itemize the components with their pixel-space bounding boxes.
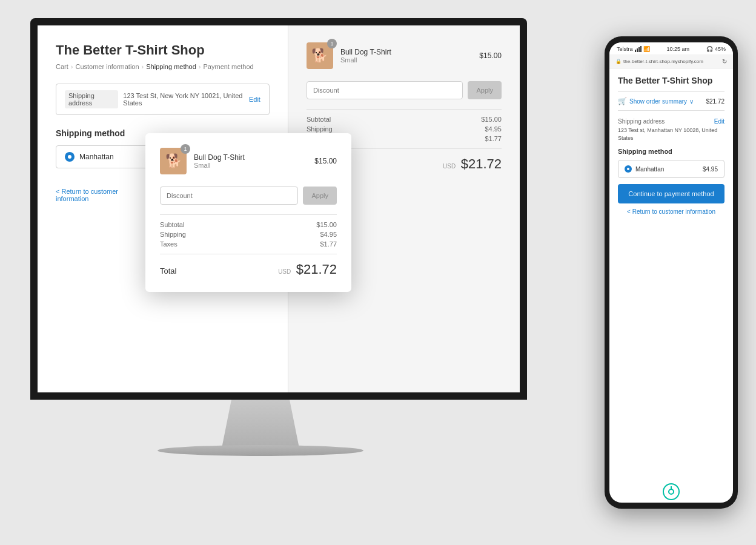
total-amount-wrap: USD $21.72 bbox=[443, 156, 502, 172]
product-variant: Small bbox=[340, 56, 472, 64]
phone-address-value: 123 Test st, Manhattan NY 10028, United … bbox=[618, 127, 724, 142]
phone-home-button[interactable] bbox=[663, 483, 680, 500]
phone-content: The Better T-Shirt Shop 🛒 Show order sum… bbox=[609, 68, 733, 481]
shop-title: The Better T-Shirt Shop bbox=[56, 42, 270, 58]
carrier-label: Telstra bbox=[617, 46, 633, 52]
signal-bar-1 bbox=[635, 50, 636, 52]
phone-shipping-option[interactable]: Manhattan $4.95 bbox=[618, 160, 724, 178]
apply-discount-button[interactable]: Apply bbox=[468, 81, 502, 99]
popup-product-info: Bull Dog T-Shirt Small bbox=[194, 153, 307, 169]
monitor-stand-neck bbox=[212, 400, 309, 448]
product-image-wrap: 🐕 1 bbox=[307, 42, 333, 69]
phone-frame: Telstra 📶 10:25 am 🎧 45% bbox=[605, 36, 738, 509]
refresh-icon[interactable]: ↻ bbox=[722, 58, 727, 65]
popup-product-price: $15.00 bbox=[314, 157, 337, 165]
phone-address-label: Shipping address bbox=[618, 118, 665, 125]
signal-bar-2 bbox=[637, 48, 638, 52]
discount-input[interactable] bbox=[307, 81, 463, 99]
popup-taxes-value: $1.77 bbox=[320, 240, 337, 248]
phone-address-section: Shipping address Edit 123 Test st, Manha… bbox=[618, 118, 724, 142]
breadcrumb-shipping: Shipping method bbox=[146, 63, 196, 70]
phone-wrapper: Telstra 📶 10:25 am 🎧 45% bbox=[605, 36, 738, 509]
popup-shipping-line: Shipping $4.95 bbox=[160, 231, 337, 238]
popup-total-label: Total bbox=[160, 266, 176, 276]
divider-1 bbox=[307, 109, 502, 110]
order-popup: 🐕 1 Bull Dog T-Shirt Small $15.00 Apply … bbox=[145, 133, 351, 292]
popup-total-amount: $21.72 bbox=[296, 262, 337, 277]
popup-taxes-label: Taxes bbox=[160, 240, 177, 248]
phone-toggle-left: 🛒 Show order summary ∨ bbox=[618, 97, 694, 105]
return-to-customer-link[interactable]: < Return to customer information bbox=[56, 188, 153, 202]
popup-subtotal-label: Subtotal bbox=[160, 221, 184, 228]
popup-product-badge: 1 bbox=[181, 144, 190, 154]
phone-cart-icon: 🛒 bbox=[618, 97, 627, 105]
breadcrumb-sep-1: › bbox=[71, 63, 73, 70]
product-price: $15.00 bbox=[479, 51, 502, 60]
popup-subtotal-value: $15.00 bbox=[316, 221, 337, 228]
phone-url-bar: 🔒 the-better-t-shirt-shop.myshopify.com … bbox=[609, 55, 733, 68]
signal-bar-4 bbox=[640, 46, 642, 52]
popup-product-variant: Small bbox=[194, 162, 307, 169]
order-summary-toggle-label: Show order summary bbox=[629, 98, 687, 105]
chevron-down-icon: ∨ bbox=[689, 98, 694, 105]
address-edit-link[interactable]: Edit bbox=[249, 96, 260, 103]
breadcrumb-cart[interactable]: Cart bbox=[56, 63, 68, 70]
subtotal-value: $15.00 bbox=[481, 116, 502, 123]
popup-discount-input[interactable] bbox=[160, 187, 298, 205]
signal-bar-3 bbox=[638, 47, 640, 52]
popup-total-amount-wrap: USD $21.72 bbox=[278, 262, 337, 277]
phone-status-bar: Telstra 📶 10:25 am 🎧 45% bbox=[609, 42, 733, 55]
phone-return-link[interactable]: < Return to customer information bbox=[618, 208, 724, 215]
shipping-line: Shipping $4.95 bbox=[307, 125, 502, 133]
phone-screen: Telstra 📶 10:25 am 🎧 45% bbox=[609, 42, 733, 503]
wifi-icon: 📶 bbox=[643, 46, 650, 52]
phone-order-total: $21.72 bbox=[706, 98, 724, 105]
shipping-label: Shipping bbox=[307, 125, 333, 133]
breadcrumb-sep-3: › bbox=[199, 63, 201, 70]
popup-apply-button[interactable]: Apply bbox=[303, 187, 337, 205]
phone-address-header: Shipping address Edit bbox=[618, 118, 724, 125]
popup-divider-2 bbox=[160, 254, 337, 254]
address-value: 123 Test St, New York NY 10021, United S… bbox=[123, 92, 249, 107]
phone-radio-selected bbox=[625, 165, 632, 173]
breadcrumb-payment: Payment method bbox=[204, 63, 254, 70]
breadcrumb: Cart › Customer information › Shipping m… bbox=[56, 63, 270, 70]
phone-shipping-price: $4.95 bbox=[703, 166, 718, 173]
popup-taxes-line: Taxes $1.77 bbox=[160, 240, 337, 248]
radio-selected bbox=[65, 152, 75, 162]
shipping-name: Manhattan bbox=[79, 153, 114, 161]
phone-shop-title: The Better T-Shirt Shop bbox=[618, 76, 724, 85]
subtotal-line: Subtotal $15.00 bbox=[307, 116, 502, 123]
status-right: 🎧 45% bbox=[706, 46, 726, 52]
phone-shipping-name: Manhattan bbox=[635, 166, 664, 173]
popup-product-image-wrap: 🐕 1 bbox=[160, 148, 187, 174]
popup-total-currency: USD bbox=[278, 268, 291, 275]
phone-shipping-left: Manhattan bbox=[625, 165, 664, 173]
phone-power-icon bbox=[668, 489, 674, 495]
product-badge: 1 bbox=[327, 39, 337, 48]
url-bar-left: 🔒 the-better-t-shirt-shop.myshopify.com bbox=[615, 59, 703, 64]
address-box-left: Shipping address 123 Test St, New York N… bbox=[65, 90, 249, 108]
headphone-icon: 🎧 bbox=[706, 46, 713, 52]
product-name: Bull Dog T-Shirt bbox=[340, 48, 472, 56]
phone-address-edit-link[interactable]: Edit bbox=[714, 118, 724, 125]
discount-row: Apply bbox=[307, 81, 502, 99]
lock-icon: 🔒 bbox=[615, 59, 622, 64]
popup-shipping-value: $4.95 bbox=[320, 231, 337, 238]
phone-bottom bbox=[609, 481, 733, 503]
breadcrumb-sep-2: › bbox=[142, 63, 144, 70]
phone-order-summary-toggle[interactable]: 🛒 Show order summary ∨ $21.72 bbox=[618, 91, 724, 111]
time-display: 10:25 am bbox=[666, 46, 689, 52]
phone-shipping-title: Shipping method bbox=[618, 148, 724, 155]
url-text[interactable]: the-better-t-shirt-shop.myshopify.com bbox=[623, 59, 703, 64]
battery-label: 45% bbox=[715, 46, 726, 52]
product-info: Bull Dog T-Shirt Small bbox=[340, 48, 472, 64]
popup-product-row: 🐕 1 Bull Dog T-Shirt Small $15.00 bbox=[160, 148, 337, 174]
phone-continue-button[interactable]: Continue to payment method bbox=[618, 184, 724, 203]
shipping-value: $4.95 bbox=[485, 125, 502, 133]
breadcrumb-customer[interactable]: Customer information bbox=[75, 63, 139, 70]
popup-subtotal-line: Subtotal $15.00 bbox=[160, 221, 337, 228]
address-label: Shipping address bbox=[65, 90, 118, 108]
taxes-value: $1.77 bbox=[485, 135, 502, 142]
monitor-stand-base bbox=[158, 445, 363, 456]
